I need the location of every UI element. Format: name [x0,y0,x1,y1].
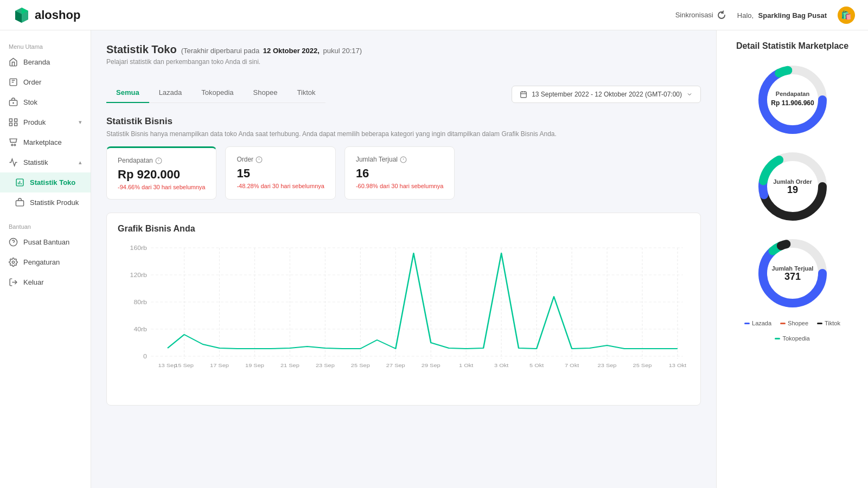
stat-label-pendapatan: Pendapatan [118,157,205,164]
sidebar-label-statistik-toko: Statistik Toko [30,178,75,187]
svg-text:27 Sep: 27 Sep [386,363,405,368]
sidebar-label-pusat-bantuan: Pusat Bantuan [23,238,69,246]
legend-tokopedia: Tokopedia [775,335,809,342]
page-title: Statistik Toko [106,43,177,56]
sidebar-label-statistik-produk: Statistik Produk [30,198,79,207]
legend-shopee: Shopee [780,320,808,326]
sidebar-section-main: Menu Utama [0,39,91,52]
page-title-meta: (Terakhir diperbarui pada 12 Oktober 202… [181,47,362,55]
svg-text:371: 371 [784,271,800,282]
calendar-icon [520,91,527,98]
tab-lazada[interactable]: Lazada [149,83,192,103]
sidebar-item-produk[interactable]: Produk ▾ [0,112,91,132]
svg-rect-10 [15,123,17,126]
svg-text:13 Okt: 13 Okt [669,363,687,368]
svg-text:29 Sep: 29 Sep [422,363,441,368]
tab-semua[interactable]: Semua [106,83,149,103]
sidebar-label-keluar: Keluar [23,278,44,286]
stat-card-pendapatan[interactable]: Pendapatan Rp 920.000 -94.66% dari 30 ha… [106,146,216,200]
stat-change-pendapatan: -94.66% dari 30 hari sebelumnya [118,184,205,190]
sidebar-item-statistik-toko[interactable]: Statistik Toko [0,172,91,192]
sidebar-item-beranda[interactable]: Beranda [0,52,91,72]
tab-tiktok[interactable]: Tiktok [287,83,325,103]
svg-point-12 [14,144,16,146]
sidebar-item-order[interactable]: Order [0,72,91,92]
right-panel-title: Detail Statistik Marketplace [730,41,855,51]
donut-chart-jumlah-terjual: Jumlah Terjual 371 [755,235,831,311]
layout: Menu Utama Beranda Order Stok Produk ▾ M… [0,30,868,488]
greeting: Halo, Sparkling Bag Pusat [737,10,827,20]
page-header: Statistik Toko (Terakhir diperbarui pada… [106,43,701,66]
topnav-right: Sinkronisasi Halo, Sparkling Bag Pusat 🛍… [675,7,855,24]
tab-tokopedia[interactable]: Tokopedia [192,83,243,103]
svg-text:80rb: 80rb [133,299,147,305]
sync-icon [717,10,726,20]
order-icon [9,78,18,87]
date-range-button[interactable]: 13 September 2022 - 12 Oktober 2022 (GMT… [512,86,701,103]
donut-chart-jumlah-order: Jumlah Order 19 [755,149,831,224]
statistik-produk-icon [15,198,24,207]
sidebar-item-pengaturan[interactable]: Pengaturan [0,252,91,272]
svg-point-11 [11,144,13,146]
svg-text:Rp 11.906.960: Rp 11.906.960 [771,99,814,107]
avatar[interactable]: 🛍️ [838,7,855,24]
stat-change-order: -48.28% dari 30 hari sebelumnya [237,183,324,189]
svg-text:23 Sep: 23 Sep [316,363,335,368]
donut-jumlah-order: Jumlah Order 19 [755,149,831,224]
svg-text:19: 19 [787,184,797,195]
tab-shopee[interactable]: Shopee [244,83,288,103]
page-subtitle: Pelajari statistik dan perkembangan toko… [106,58,701,66]
sidebar-item-marketplace[interactable]: Marketplace [0,132,91,152]
chart-title: Grafik Bisnis Anda [118,224,690,234]
help-icon [9,237,18,247]
svg-text:0: 0 [143,354,147,359]
legend-dot-lazada [744,323,750,324]
chevron-down-icon [686,91,693,98]
stat-card-order[interactable]: Order 15 -48.28% dari 30 hari sebelumnya [225,146,335,200]
stat-cards: Pendapatan Rp 920.000 -94.66% dari 30 ha… [106,146,701,200]
donut-jumlah-terjual: Jumlah Terjual 371 [755,235,831,311]
sidebar-label-stok: Stok [23,98,37,106]
stat-value-order: 15 [237,166,324,181]
stat-value-jumlah-terjual: 16 [356,166,443,181]
chart-section: Grafik Bisnis Anda [106,213,701,406]
produk-icon [9,118,18,127]
sidebar: Menu Utama Beranda Order Stok Produk ▾ M… [0,30,91,488]
sidebar-label-order: Order [23,78,41,86]
logo: aloshop [13,7,80,24]
sidebar-label-marketplace: Marketplace [23,138,62,146]
donut-pendapatan: Pendapatan Rp 11.906.960 [755,62,831,138]
sidebar-item-statistik[interactable]: Statistik ▴ [0,152,91,172]
stok-icon [9,98,18,107]
svg-point-17 [12,261,14,263]
svg-text:5 Okt: 5 Okt [529,363,544,368]
svg-text:40rb: 40rb [133,326,147,332]
sync-button[interactable]: Sinkronisasi [675,10,726,20]
info-icon-pendapatan [155,157,162,164]
statistik-icon [9,158,18,167]
legend-dot-tokopedia [775,338,780,339]
svg-text:15 Sep: 15 Sep [175,363,194,368]
stat-card-jumlah-terjual[interactable]: Jumlah Terjual 16 -60.98% dari 30 hari s… [344,146,455,200]
stat-label-jumlah-terjual: Jumlah Terjual [356,156,443,163]
svg-text:19 Sep: 19 Sep [245,363,264,368]
svg-text:17 Sep: 17 Sep [210,363,229,368]
legend-label-shopee: Shopee [788,320,808,326]
sidebar-item-stok[interactable]: Stok [0,92,91,112]
greeting-prefix: Halo, [737,11,754,20]
sidebar-item-statistik-produk[interactable]: Statistik Produk [0,192,91,213]
logo-icon [13,7,30,24]
main-content: Statistik Toko (Terakhir diperbarui pada… [91,30,716,488]
stats-section: Statistik Bisnis Statistik Bisnis hanya … [106,116,701,406]
legend-dot-tiktok [817,323,822,324]
statistik-arrow: ▴ [79,159,82,166]
chart-wrapper: 160rb 120rb 80rb 40rb 0 13 Sep 15 Sep 17… [118,242,690,394]
svg-rect-19 [521,92,527,98]
svg-rect-9 [9,123,12,126]
sidebar-item-keluar[interactable]: Keluar [0,272,91,292]
statistik-toko-icon [15,178,24,187]
svg-text:Pendapatan: Pendapatan [775,91,809,97]
stat-value-pendapatan: Rp 920.000 [118,168,205,182]
sidebar-item-pusat-bantuan[interactable]: Pusat Bantuan [0,232,91,252]
settings-icon [9,258,18,267]
